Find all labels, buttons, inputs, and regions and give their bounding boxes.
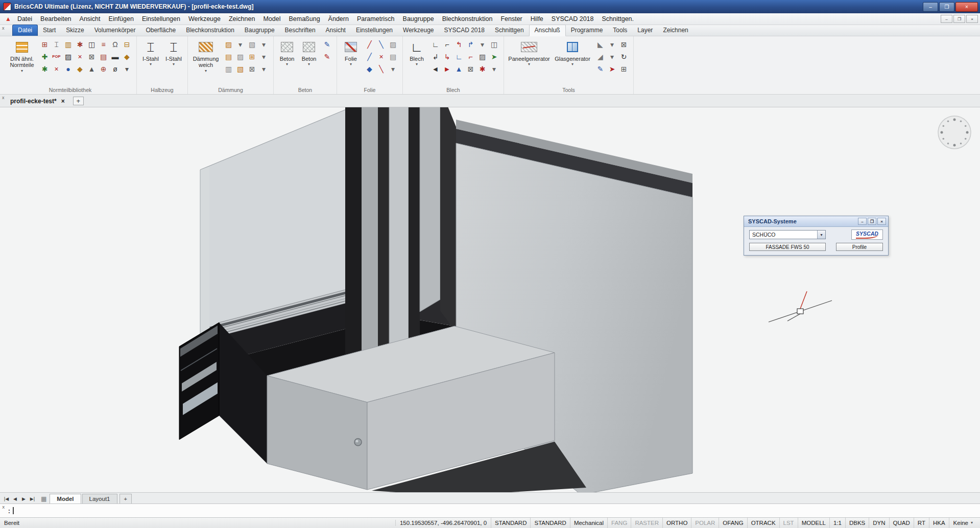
ribbon-small-icon[interactable]: ╱ <box>364 51 375 62</box>
ribbon-small-icon[interactable]: ⌐ <box>442 39 453 50</box>
i-stahl-button-1[interactable]: ⌶ I-Stahl ▾ <box>140 38 161 67</box>
ribbon-small-icon[interactable]: ◣ <box>595 39 606 50</box>
ribbon-small-icon[interactable]: ▲ <box>86 63 98 75</box>
layout-tab[interactable]: Layout1 <box>82 494 117 503</box>
ribbon-tab[interactable]: Werkzeuge <box>398 25 439 36</box>
ribbon-small-icon[interactable]: ≡ <box>98 39 109 50</box>
palette-close-button[interactable]: × <box>877 218 886 225</box>
menu-item[interactable]: Schnittgen. <box>598 14 638 24</box>
ribbon-tab[interactable]: Einstellungen <box>351 25 398 36</box>
ribbon-small-icon[interactable]: ▤ <box>98 51 109 62</box>
menu-item[interactable]: Einstellungen <box>138 14 184 24</box>
ribbon-small-icon[interactable]: ▾ <box>258 39 270 50</box>
ribbon-small-icon[interactable]: ▨ <box>477 51 488 62</box>
ribbon-small-icon[interactable]: × <box>376 51 387 62</box>
ribbon-tab[interactable]: Ansicht <box>321 25 351 36</box>
doctab-panel-close-icon[interactable]: x <box>2 96 5 100</box>
status-toggle[interactable]: OTRACK <box>747 518 779 528</box>
ribbon-small-icon[interactable]: ▾ <box>607 51 618 62</box>
menu-item[interactable]: Baugruppe <box>399 14 438 24</box>
add-layout-button[interactable]: + <box>119 494 132 503</box>
ribbon-small-icon[interactable]: ▧ <box>247 39 258 50</box>
document-restore-button[interactable]: ❐ <box>953 15 965 23</box>
ribbon-small-icon[interactable]: ✎ <box>322 51 333 62</box>
ribbon-small-icon[interactable]: ▥ <box>223 63 234 75</box>
layout-tab[interactable]: Model <box>50 494 81 503</box>
palette-title-bar[interactable]: SYSCAD-Systeme – ❐ × <box>744 216 888 227</box>
status-toggle[interactable]: OFANG <box>719 518 747 528</box>
menu-item[interactable]: Werkzeuge <box>184 14 225 24</box>
document-minimize-button[interactable]: – <box>941 15 952 23</box>
close-button[interactable]: × <box>955 2 978 12</box>
paneelgenerator-button[interactable]: Paneelgenerator ▾ <box>508 38 551 67</box>
ribbon-small-icon[interactable]: ◆ <box>364 63 375 75</box>
menu-item[interactable]: Parametrisch <box>353 14 399 24</box>
ribbon-small-icon[interactable]: ➤ <box>489 51 500 62</box>
ribbon-small-icon[interactable]: ✎ <box>322 39 333 50</box>
ribbon-small-icon[interactable]: ◫ <box>489 39 500 50</box>
layout-nav-button[interactable]: ▶ <box>19 494 28 503</box>
ribbon-small-icon[interactable]: ⊞ <box>618 63 630 75</box>
menu-item[interactable]: Einfügen <box>105 14 138 24</box>
ribbon-small-icon[interactable]: ∟ <box>430 39 441 50</box>
ribbon-small-icon[interactable]: POP <box>51 51 62 62</box>
ribbon-small-icon[interactable]: ↱ <box>465 39 476 50</box>
status-toggle[interactable]: RASTER <box>631 518 662 528</box>
menu-item[interactable]: Model <box>259 14 284 24</box>
daemmung-weich-button[interactable]: Dämmung weich ▾ <box>192 38 220 73</box>
layout-nav-button[interactable]: ◀ <box>11 494 19 503</box>
ribbon-small-icon[interactable]: × <box>51 63 62 75</box>
ribbon-small-icon[interactable]: ⊟ <box>122 39 133 50</box>
status-toggle[interactable]: 1:1 <box>829 518 845 528</box>
chevron-down-icon[interactable]: ▾ <box>817 231 825 239</box>
ribbon-tab[interactable]: Programme <box>566 25 608 36</box>
ribbon-small-icon[interactable]: ⊞ <box>247 51 258 62</box>
ribbon-small-icon[interactable]: ⊠ <box>618 39 630 50</box>
ribbon-small-icon[interactable]: ✎ <box>595 63 606 75</box>
status-toggle[interactable]: Mechanical <box>570 518 607 528</box>
profile-button[interactable]: Profile <box>836 243 883 251</box>
ribbon-small-icon[interactable]: ● <box>63 63 74 75</box>
ribbon-small-icon[interactable]: ø <box>110 63 121 75</box>
menu-item[interactable]: Bearbeiten <box>36 14 75 24</box>
layout-nav-button[interactable]: ▶| <box>28 494 37 503</box>
ribbon-small-icon[interactable]: ✱ <box>477 63 488 75</box>
ribbon-small-icon[interactable]: ✱ <box>75 39 86 50</box>
ribbon-small-icon[interactable]: ▾ <box>258 51 270 62</box>
ribbon-panel-close-icon[interactable]: x <box>2 26 5 31</box>
ribbon-tab[interactable]: Volumenkörper <box>89 25 141 36</box>
menu-item[interactable]: Blechkonstruktion <box>438 14 497 24</box>
ribbon-tab[interactable]: Beschriften <box>280 25 321 36</box>
ribbon-small-icon[interactable]: ▾ <box>235 39 246 50</box>
ribbon-small-icon[interactable]: ↳ <box>442 51 453 62</box>
ribbon-tab[interactable]: Anschluß <box>529 25 566 36</box>
status-toggle[interactable]: HKA <box>929 518 949 528</box>
document-tab-close-icon[interactable]: × <box>61 98 65 105</box>
ribbon-small-icon[interactable]: ▬ <box>110 51 121 62</box>
ribbon-tab[interactable]: Layer <box>632 25 658 36</box>
ribbon-small-icon[interactable]: Ω <box>110 39 121 50</box>
status-toggle[interactable]: QUAD <box>889 518 914 528</box>
ribbon-small-icon[interactable]: ▾ <box>477 39 488 50</box>
ribbon-small-icon[interactable]: ↻ <box>618 51 630 62</box>
ribbon-small-icon[interactable]: ╱ <box>364 39 375 50</box>
ribbon-small-icon[interactable]: ► <box>442 63 453 75</box>
command-line[interactable]: x : <box>0 503 980 517</box>
ribbon-small-icon[interactable]: ▾ <box>258 63 270 75</box>
status-toggle[interactable]: DYN <box>869 518 889 528</box>
ribbon-small-icon[interactable]: ✱ <box>39 63 51 75</box>
i-stahl-button-2[interactable]: ⌶ I-Stahl ▾ <box>163 38 184 67</box>
ribbon-small-icon[interactable]: ⌶ <box>51 39 62 50</box>
ribbon-small-icon[interactable]: ▨ <box>235 51 246 62</box>
ribbon-small-icon[interactable]: ↲ <box>430 51 441 62</box>
layout-nav-button[interactable]: |◀ <box>2 494 11 503</box>
menu-item[interactable]: Zeichnen <box>225 14 259 24</box>
ribbon-small-icon[interactable]: ▾ <box>607 39 618 50</box>
status-toggle[interactable]: STANDARD <box>530 518 569 528</box>
ribbon-small-icon[interactable]: ▧ <box>235 63 246 75</box>
ribbon-tab[interactable]: SYSCAD 2018 <box>439 25 490 36</box>
ribbon-small-icon[interactable]: ⊕ <box>98 63 109 75</box>
ribbon-tab[interactable]: Oberfläche <box>140 25 181 36</box>
ribbon-tab[interactable]: Zeichnen <box>658 25 693 36</box>
ribbon-small-icon[interactable]: ⌐ <box>465 51 476 62</box>
